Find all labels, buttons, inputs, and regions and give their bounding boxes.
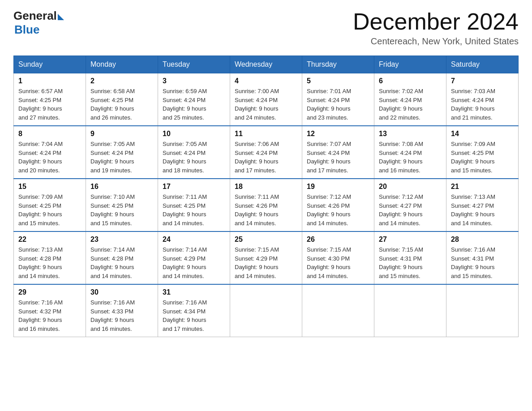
weekday-header-monday: Monday <box>86 56 158 73</box>
day-number: 1 <box>18 77 81 85</box>
day-number: 24 <box>163 235 225 244</box>
calendar-cell: 8 Sunrise: 7:04 AMSunset: 4:24 PMDayligh… <box>14 126 86 179</box>
calendar-cell: 28 Sunrise: 7:16 AMSunset: 4:31 PMDaylig… <box>446 231 519 284</box>
day-info: Sunrise: 7:15 AMSunset: 4:29 PMDaylight:… <box>235 246 279 279</box>
day-info: Sunrise: 7:06 AMSunset: 4:24 PMDaylight:… <box>235 141 279 174</box>
calendar-cell <box>446 284 519 337</box>
calendar-cell: 26 Sunrise: 7:15 AMSunset: 4:30 PMDaylig… <box>302 231 374 284</box>
weekday-header-sunday: Sunday <box>14 56 86 73</box>
day-info: Sunrise: 7:16 AMSunset: 4:33 PMDaylight:… <box>90 299 135 332</box>
calendar-cell: 2 Sunrise: 6:58 AMSunset: 4:25 PMDayligh… <box>86 73 158 126</box>
location-subtitle: Centereach, New York, United States <box>353 36 519 47</box>
calendar-cell: 13 Sunrise: 7:08 AMSunset: 4:24 PMDaylig… <box>374 126 446 179</box>
day-info: Sunrise: 7:08 AMSunset: 4:24 PMDaylight:… <box>379 141 423 174</box>
calendar-cell: 31 Sunrise: 7:16 AMSunset: 4:34 PMDaylig… <box>158 284 230 337</box>
calendar-cell: 1 Sunrise: 6:57 AMSunset: 4:25 PMDayligh… <box>14 73 86 126</box>
day-number: 12 <box>307 130 369 138</box>
day-number: 28 <box>451 235 514 244</box>
day-number: 30 <box>90 288 153 296</box>
weekday-header-tuesday: Tuesday <box>158 56 230 73</box>
day-info: Sunrise: 7:16 AMSunset: 4:34 PMDaylight:… <box>163 299 207 332</box>
calendar-week-row: 8 Sunrise: 7:04 AMSunset: 4:24 PMDayligh… <box>14 126 519 179</box>
weekday-header-thursday: Thursday <box>302 56 374 73</box>
calendar-cell: 9 Sunrise: 7:05 AMSunset: 4:24 PMDayligh… <box>86 126 158 179</box>
day-number: 31 <box>163 288 225 296</box>
day-info: Sunrise: 6:59 AMSunset: 4:24 PMDaylight:… <box>163 88 207 121</box>
day-number: 27 <box>379 235 442 244</box>
day-info: Sunrise: 7:13 AMSunset: 4:28 PMDaylight:… <box>18 246 63 279</box>
calendar-cell: 6 Sunrise: 7:02 AMSunset: 4:24 PMDayligh… <box>374 73 446 126</box>
day-info: Sunrise: 7:15 AMSunset: 4:30 PMDaylight:… <box>307 246 351 279</box>
day-info: Sunrise: 7:02 AMSunset: 4:24 PMDaylight:… <box>379 88 423 121</box>
calendar-cell: 18 Sunrise: 7:11 AMSunset: 4:26 PMDaylig… <box>230 179 302 231</box>
page-header: General Blue December 2024 Centereach, N… <box>13 9 519 47</box>
calendar-cell: 25 Sunrise: 7:15 AMSunset: 4:29 PMDaylig… <box>230 231 302 284</box>
day-number: 22 <box>18 235 81 244</box>
logo-blue-text: Blue <box>14 23 39 37</box>
calendar-cell: 27 Sunrise: 7:15 AMSunset: 4:31 PMDaylig… <box>374 231 446 284</box>
day-info: Sunrise: 7:01 AMSunset: 4:24 PMDaylight:… <box>307 88 351 121</box>
calendar-cell: 7 Sunrise: 7:03 AMSunset: 4:24 PMDayligh… <box>446 73 519 126</box>
calendar-cell: 5 Sunrise: 7:01 AMSunset: 4:24 PMDayligh… <box>302 73 374 126</box>
calendar-cell: 14 Sunrise: 7:09 AMSunset: 4:25 PMDaylig… <box>446 126 519 179</box>
day-number: 11 <box>235 130 297 138</box>
day-number: 13 <box>379 130 442 138</box>
calendar-table: SundayMondayTuesdayWednesdayThursdayFrid… <box>13 56 519 337</box>
day-info: Sunrise: 7:14 AMSunset: 4:28 PMDaylight:… <box>90 246 135 279</box>
day-number: 20 <box>379 183 442 191</box>
day-info: Sunrise: 7:12 AMSunset: 4:26 PMDaylight:… <box>307 193 351 227</box>
day-info: Sunrise: 6:57 AMSunset: 4:25 PMDaylight:… <box>18 88 63 121</box>
calendar-cell: 17 Sunrise: 7:11 AMSunset: 4:25 PMDaylig… <box>158 179 230 231</box>
day-info: Sunrise: 7:16 AMSunset: 4:32 PMDaylight:… <box>18 299 63 332</box>
calendar-cell: 20 Sunrise: 7:12 AMSunset: 4:27 PMDaylig… <box>374 179 446 231</box>
logo-triangle-icon <box>58 14 64 20</box>
weekday-header-wednesday: Wednesday <box>230 56 302 73</box>
day-number: 18 <box>235 183 297 191</box>
calendar-week-row: 1 Sunrise: 6:57 AMSunset: 4:25 PMDayligh… <box>14 73 519 126</box>
logo: General Blue <box>13 9 64 37</box>
calendar-week-row: 15 Sunrise: 7:09 AMSunset: 4:25 PMDaylig… <box>14 179 519 231</box>
day-number: 23 <box>90 235 153 244</box>
weekday-header-friday: Friday <box>374 56 446 73</box>
day-info: Sunrise: 7:13 AMSunset: 4:27 PMDaylight:… <box>451 193 495 227</box>
day-number: 19 <box>307 183 369 191</box>
title-section: December 2024 Centereach, New York, Unit… <box>353 9 519 47</box>
calendar-cell: 29 Sunrise: 7:16 AMSunset: 4:32 PMDaylig… <box>14 284 86 337</box>
calendar-cell: 3 Sunrise: 6:59 AMSunset: 4:24 PMDayligh… <box>158 73 230 126</box>
day-info: Sunrise: 7:03 AMSunset: 4:24 PMDaylight:… <box>451 88 495 121</box>
day-info: Sunrise: 7:09 AMSunset: 4:25 PMDaylight:… <box>18 193 63 227</box>
day-info: Sunrise: 7:05 AMSunset: 4:24 PMDaylight:… <box>90 141 135 174</box>
day-number: 4 <box>235 77 297 85</box>
day-number: 7 <box>451 77 514 85</box>
day-number: 29 <box>18 288 81 296</box>
weekday-header-saturday: Saturday <box>446 56 519 73</box>
day-info: Sunrise: 7:15 AMSunset: 4:31 PMDaylight:… <box>379 246 423 279</box>
day-number: 3 <box>163 77 225 85</box>
day-info: Sunrise: 7:16 AMSunset: 4:31 PMDaylight:… <box>451 246 495 279</box>
day-number: 14 <box>451 130 514 138</box>
day-number: 6 <box>379 77 442 85</box>
day-info: Sunrise: 7:04 AMSunset: 4:24 PMDaylight:… <box>18 141 63 174</box>
day-info: Sunrise: 7:07 AMSunset: 4:24 PMDaylight:… <box>307 141 351 174</box>
day-number: 2 <box>90 77 153 85</box>
calendar-cell <box>374 284 446 337</box>
logo-general-text: General <box>13 9 57 23</box>
calendar-cell <box>302 284 374 337</box>
day-info: Sunrise: 7:11 AMSunset: 4:25 PMDaylight:… <box>163 193 207 227</box>
day-number: 8 <box>18 130 81 138</box>
day-number: 25 <box>235 235 297 244</box>
calendar-cell: 21 Sunrise: 7:13 AMSunset: 4:27 PMDaylig… <box>446 179 519 231</box>
day-number: 16 <box>90 183 153 191</box>
calendar-cell: 15 Sunrise: 7:09 AMSunset: 4:25 PMDaylig… <box>14 179 86 231</box>
day-info: Sunrise: 7:10 AMSunset: 4:25 PMDaylight:… <box>90 193 135 227</box>
calendar-cell: 30 Sunrise: 7:16 AMSunset: 4:33 PMDaylig… <box>86 284 158 337</box>
calendar-cell: 22 Sunrise: 7:13 AMSunset: 4:28 PMDaylig… <box>14 231 86 284</box>
calendar-cell: 23 Sunrise: 7:14 AMSunset: 4:28 PMDaylig… <box>86 231 158 284</box>
calendar-week-row: 29 Sunrise: 7:16 AMSunset: 4:32 PMDaylig… <box>14 284 519 337</box>
calendar-cell: 16 Sunrise: 7:10 AMSunset: 4:25 PMDaylig… <box>86 179 158 231</box>
day-number: 15 <box>18 183 81 191</box>
day-number: 10 <box>163 130 225 138</box>
weekday-header-row: SundayMondayTuesdayWednesdayThursdayFrid… <box>14 56 519 73</box>
calendar-week-row: 22 Sunrise: 7:13 AMSunset: 4:28 PMDaylig… <box>14 231 519 284</box>
calendar-cell: 24 Sunrise: 7:14 AMSunset: 4:29 PMDaylig… <box>158 231 230 284</box>
